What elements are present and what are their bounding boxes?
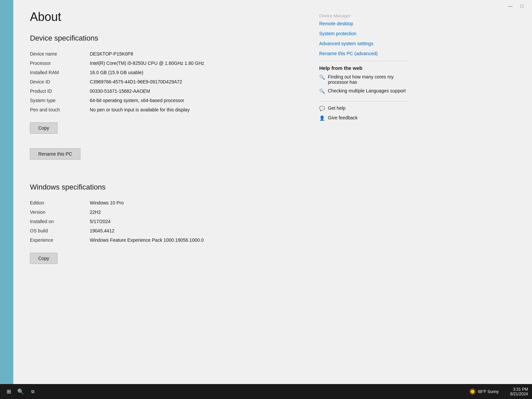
copy-windows-specs-button[interactable]: Copy xyxy=(30,253,58,264)
taskbar-clock: 3:31 PM 8/21/2024 xyxy=(510,387,528,396)
minimize-button[interactable]: — xyxy=(506,3,515,9)
bottom-link-text: Get help xyxy=(328,105,345,111)
spec-value: No pen or touch input is available for t… xyxy=(90,105,299,114)
bottom-link-icon: 💬 xyxy=(319,106,325,112)
spec-label: Installed RAM xyxy=(30,68,90,77)
spec-value: 5/17/2024 xyxy=(90,217,299,226)
advanced-system-settings-link[interactable]: Advanced system settings xyxy=(319,41,409,46)
remote-desktop-link[interactable]: Remote desktop xyxy=(319,21,409,26)
windows-specs-table: EditionWindows 10 ProVersion22H2Installe… xyxy=(30,198,299,245)
maximize-button[interactable]: □ xyxy=(519,3,525,9)
rename-pc-button[interactable]: Rename this PC xyxy=(30,148,80,160)
spec-label: Device ID xyxy=(30,77,90,86)
bottom-link-text: Give feedback xyxy=(328,115,358,120)
spec-value: Intel(R) Core(TM) i5-8250U CPU @ 1.60GHz… xyxy=(90,59,299,68)
taskbar-system-area: ☀️ 68°F Sunny xyxy=(469,388,499,395)
device-specs-title: Device specifications xyxy=(30,34,299,43)
spec-label: OS build xyxy=(30,226,90,235)
weather-display: ☀️ 68°F Sunny xyxy=(469,388,499,395)
help-icon: 🔍 xyxy=(319,88,325,94)
spec-value: 22H2 xyxy=(90,207,299,217)
system-protection-link[interactable]: System protection xyxy=(319,31,409,36)
spec-label: Pen and touch xyxy=(30,105,90,114)
help-item-0[interactable]: 🔍Finding out how many cores my processor… xyxy=(319,74,409,85)
weather-icon: ☀️ xyxy=(469,388,476,395)
help-icon: 🔍 xyxy=(319,74,325,80)
help-item-1[interactable]: 🔍Checking multiple Languages support xyxy=(319,88,409,94)
spec-label: Experience xyxy=(30,235,90,245)
table-row: Installed on5/17/2024 xyxy=(30,217,299,226)
taskbar: ⊞ 🔍 ⧉ ☀️ 68°F Sunny 3:31 PM 8/21/2024 xyxy=(0,384,532,399)
bottom-link-icon: 👤 xyxy=(319,115,325,121)
copy-device-specs-button[interactable]: Copy xyxy=(30,122,58,134)
spec-label: Device name xyxy=(30,49,90,59)
spec-label: System type xyxy=(30,96,90,105)
table-row: Device nameDESKTOP-P15K0P8 xyxy=(30,49,299,59)
table-row: Product ID00330-51671-15682-AAOEM xyxy=(30,86,299,96)
spec-label: Version xyxy=(30,207,90,217)
table-row: Version22H2 xyxy=(30,207,299,217)
bottom-link-1[interactable]: 👤Give feedback xyxy=(319,115,409,121)
weather-text: 68°F Sunny xyxy=(478,389,499,394)
spec-label: Edition xyxy=(30,198,90,207)
spec-value: DESKTOP-P15K0P8 xyxy=(90,49,299,59)
left-sidebar xyxy=(0,0,13,384)
page-title: About xyxy=(30,10,299,24)
rename-pc-advanced-link[interactable]: Rename this PC (advanced) xyxy=(319,51,409,56)
spec-value: 64-bit operating system, x64-based proce… xyxy=(90,96,299,105)
table-row: OS build19045.4412 xyxy=(30,226,299,235)
search-button[interactable]: 🔍 xyxy=(16,387,25,396)
table-row: ProcessorIntel(R) Core(TM) i5-8250U CPU … xyxy=(30,59,299,68)
spec-value: 16.0 GB (15.9 GB usable) xyxy=(90,68,299,77)
spec-label: Product ID xyxy=(30,86,90,96)
spec-label: Processor xyxy=(30,59,90,68)
taskbar-time-display: 3:31 PM xyxy=(510,387,528,392)
help-text: Finding out how many cores my processor … xyxy=(328,74,409,85)
table-row: Installed RAM16.0 GB (15.9 GB usable) xyxy=(30,68,299,77)
help-section-title: Help from the web xyxy=(319,65,409,71)
spec-value: Windows Feature Experience Pack 1000.190… xyxy=(90,235,299,245)
table-row: Device IDC3969766-4575-44D1-96E9-09170D4… xyxy=(30,77,299,86)
table-row: Pen and touchNo pen or touch input is av… xyxy=(30,105,299,114)
help-text: Checking multiple Languages support xyxy=(328,88,406,93)
table-row: EditionWindows 10 Pro xyxy=(30,198,299,207)
spec-value: C3969766-4575-44D1-96E9-09170D429A72 xyxy=(90,77,299,86)
spec-value: Windows 10 Pro xyxy=(90,198,299,207)
start-button[interactable]: ⊞ xyxy=(4,387,13,396)
spec-label: Installed on xyxy=(30,217,90,226)
spec-value: 00330-51671-15682-AAOEM xyxy=(90,86,299,96)
task-view-button[interactable]: ⧉ xyxy=(28,387,37,396)
windows-specs-title: Windows specifications xyxy=(30,183,299,192)
taskbar-date-display: 8/21/2024 xyxy=(510,392,528,396)
device-manager-link[interactable]: Device Manager xyxy=(319,13,409,18)
table-row: System type64-bit operating system, x64-… xyxy=(30,96,299,105)
bottom-link-0[interactable]: 💬Get help xyxy=(319,105,409,112)
spec-value: 19045.4412 xyxy=(90,226,299,235)
right-panel: Device Manager Remote desktopSystem prot… xyxy=(313,10,419,384)
device-specs-table: Device nameDESKTOP-P15K0P8ProcessorIntel… xyxy=(30,49,299,114)
table-row: ExperienceWindows Feature Experience Pac… xyxy=(30,235,299,245)
